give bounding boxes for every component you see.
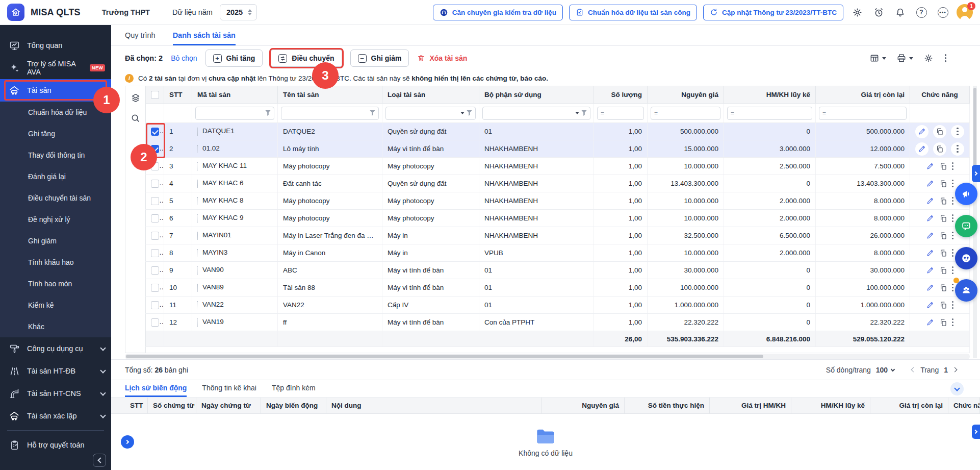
- column-header-3[interactable]: Loại tài sản: [382, 86, 479, 104]
- filter-input[interactable]: [285, 109, 368, 117]
- sidebar-subitem-chu-n-h-a-d-li-u[interactable]: Chuẩn hóa dữ liệu: [0, 102, 111, 123]
- edit-icon[interactable]: [926, 249, 935, 257]
- sidebar-subitem-thay-i-th-ng-tin[interactable]: Thay đổi thông tin: [0, 144, 111, 166]
- per-page-select[interactable]: 100: [876, 366, 894, 374]
- row-checkbox[interactable]: [151, 249, 159, 257]
- column-header-7[interactable]: HM/KH lũy kế: [724, 86, 816, 104]
- table-row[interactable]: 11VAN22VAN22Cấp IV011,001.000.000.00001.…: [146, 296, 970, 314]
- row-more-icon[interactable]: [957, 148, 959, 150]
- drag-handle[interactable]: [197, 180, 198, 188]
- edit-icon[interactable]: [926, 196, 935, 205]
- row-more-icon[interactable]: [952, 321, 954, 324]
- layers-icon[interactable]: [130, 92, 141, 104]
- table-row[interactable]: 5MAY KHAC 8Máy photocopyMáy photocopyNHA…: [146, 192, 970, 210]
- column-header-9[interactable]: Chức năng: [910, 86, 970, 104]
- drag-handle[interactable]: [197, 162, 198, 170]
- copy-icon[interactable]: [936, 145, 944, 153]
- row-more-icon[interactable]: [952, 287, 954, 289]
- row-more-icon[interactable]: [952, 217, 954, 219]
- expert-check-button[interactable]: Cần chuyên gia kiểm tra dữ liệu: [433, 5, 563, 20]
- copy-icon[interactable]: [939, 284, 947, 292]
- tab-quy-trinh[interactable]: Quy trình: [125, 25, 156, 45]
- column-header-4[interactable]: Bộ phận sử dụng: [479, 86, 594, 104]
- bottom-right-expand-tab[interactable]: [972, 425, 980, 439]
- right-panel-expand-tab[interactable]: [972, 165, 980, 182]
- row-checkbox[interactable]: [151, 128, 159, 136]
- announcement-megaphone-icon[interactable]: [955, 183, 977, 205]
- equals-operator[interactable]: =: [654, 110, 658, 117]
- row-checkbox[interactable]: [151, 145, 159, 153]
- tab-thong-tin-ke-khai[interactable]: Thông tin kê khai: [202, 380, 256, 397]
- search-icon[interactable]: [130, 113, 141, 123]
- drag-handle[interactable]: [197, 266, 198, 275]
- drag-handle[interactable]: [197, 145, 198, 153]
- drag-handle[interactable]: [197, 214, 198, 222]
- copy-icon[interactable]: [939, 180, 947, 188]
- reminder-clock-icon[interactable]: [871, 5, 886, 20]
- edit-icon[interactable]: [926, 301, 935, 309]
- deselect-link[interactable]: Bỏ chọn: [171, 54, 197, 62]
- notifications-bell-icon[interactable]: [892, 5, 908, 20]
- column-settings-grid-icon[interactable]: [869, 53, 886, 63]
- table-settings-gear-icon[interactable]: [923, 53, 934, 63]
- table-row[interactable]: 7MAYIN01Máy in Laser Trắng đen đa năn...…: [146, 227, 970, 244]
- filter-select-input[interactable]: [486, 109, 573, 117]
- column-header-6[interactable]: Nguyên giá: [648, 86, 724, 104]
- sidebar-subitem--i-u-chuy-n-t-i-s-n[interactable]: Điều chuyển tài sản: [0, 187, 111, 209]
- row-more-icon[interactable]: [952, 304, 954, 306]
- funnel-icon[interactable]: [581, 110, 587, 116]
- sidebar-item-t-i-s-n-ht-cns[interactable]: Tài sản HT-CNS: [0, 382, 111, 405]
- funnel-icon[interactable]: [370, 110, 375, 116]
- row-checkbox[interactable]: [151, 318, 159, 327]
- copy-icon[interactable]: [939, 318, 947, 327]
- edit-icon[interactable]: [926, 283, 935, 292]
- column-header-1[interactable]: Mã tài sản: [192, 86, 278, 104]
- row-more-icon[interactable]: [952, 252, 954, 254]
- sidebar-subitem--nh-gi-l-i[interactable]: Đánh giá lại: [0, 166, 111, 187]
- edit-icon[interactable]: [926, 162, 935, 170]
- copy-icon[interactable]: [936, 128, 944, 136]
- row-checkbox[interactable]: [151, 232, 159, 240]
- misa-assistant-bot-icon[interactable]: [955, 247, 977, 269]
- copy-icon[interactable]: [939, 249, 947, 257]
- sidebar-item-t-i-s-n[interactable]: Tài sản: [0, 79, 111, 102]
- copy-icon[interactable]: [939, 162, 947, 170]
- drag-handle[interactable]: [197, 284, 198, 292]
- tab-lich-su-bien-dong[interactable]: Lịch sử biến động: [125, 380, 187, 397]
- table-row[interactable]: 201.02Lô máy tínhMáy vi tính để bànNHAKH…: [146, 140, 970, 158]
- column-header-8[interactable]: Giá trị còn lại: [816, 86, 910, 104]
- ghi-tang-button[interactable]: + Ghi tăng: [205, 50, 263, 67]
- copy-icon[interactable]: [939, 266, 947, 275]
- sidebar-item-tr-l-s-misa-ava[interactable]: Trợ lý số MISA AVANEW: [0, 57, 111, 79]
- misa-logo-icon[interactable]: [7, 4, 24, 21]
- edit-icon[interactable]: [918, 144, 926, 153]
- row-more-icon[interactable]: [952, 165, 954, 167]
- edit-icon[interactable]: [918, 127, 926, 136]
- column-header-5[interactable]: Số lượng: [594, 86, 648, 104]
- sidebar-collapse-button[interactable]: [93, 454, 106, 467]
- copy-icon[interactable]: [939, 232, 947, 240]
- table-row[interactable]: 12VAN19ffMáy vi tính để bànCon của PTPHT…: [146, 314, 970, 331]
- row-checkbox[interactable]: [151, 301, 159, 309]
- toolbar-more-icon[interactable]: [945, 57, 947, 59]
- more-options-icon[interactable]: •••: [935, 5, 950, 20]
- sidebar-subitem-kh-c[interactable]: Khác: [0, 316, 111, 337]
- sidebar-subitem-ghi-t-ng[interactable]: Ghi tăng: [0, 123, 111, 144]
- sidebar-subitem-ghi-gi-m[interactable]: Ghi giảm: [0, 230, 111, 252]
- equals-operator[interactable]: =: [822, 110, 826, 117]
- copy-icon[interactable]: [939, 214, 947, 222]
- filter-input[interactable]: [199, 109, 263, 117]
- row-checkbox[interactable]: [151, 284, 159, 292]
- ghi-giam-button[interactable]: − Ghi giảm: [350, 50, 409, 67]
- filter-number-input[interactable]: [828, 109, 903, 117]
- dieu-chuyen-button[interactable]: Điều chuyển 3: [271, 50, 342, 67]
- table-row[interactable]: 6MAY KHAC 9Máy photocopyMáy photocopyNHA…: [146, 210, 970, 227]
- community-people-icon[interactable]: [955, 279, 977, 302]
- select-all-header[interactable]: [146, 86, 164, 104]
- table-row[interactable]: 4MAY KHAC 6Đất canh tácQuyền sử dụng đất…: [146, 175, 970, 192]
- sidebar-item-c-ng-c-d-ng-c-[interactable]: Công cụ dụng cụ: [0, 337, 111, 360]
- drag-handle[interactable]: [197, 301, 198, 309]
- sidebar-subitem-t-nh-kh-u-hao[interactable]: Tính khấu hao: [0, 252, 111, 273]
- filter-select-input[interactable]: [389, 109, 458, 117]
- row-more-icon[interactable]: [952, 269, 954, 271]
